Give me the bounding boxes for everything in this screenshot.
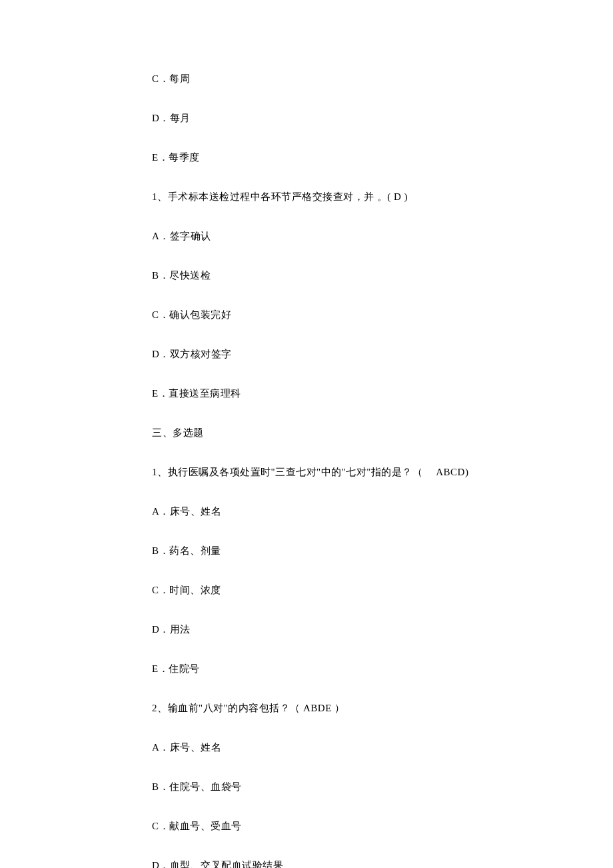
- question-1: 1、执行医嘱及各项处置时"三查七对"中的"七对"指的是？（ ABCD): [152, 465, 525, 479]
- option-b: B．尽快送检: [152, 269, 525, 283]
- option-d: D．用法: [152, 623, 525, 637]
- section-heading: 三、多选题: [152, 426, 525, 440]
- option-a: A．床号、姓名: [152, 741, 525, 755]
- option-e: E．住院号: [152, 662, 525, 676]
- document-page: C．每周 D．每月 E．每季度 1、手术标本送检过程中各环节严格交接查对，并 。…: [0, 0, 525, 868]
- option-a: A．床号、姓名: [152, 505, 525, 519]
- option-c: C．时间、浓度: [152, 583, 525, 597]
- question-2: 2、输血前"八对"的内容包括？（ ABDE ）: [152, 701, 525, 715]
- option-b: B．住院号、血袋号: [152, 780, 525, 794]
- question-1: 1、手术标本送检过程中各环节严格交接查对，并 。( D ): [152, 190, 525, 204]
- option-e: E．每季度: [152, 151, 525, 165]
- option-c: C．献血号、受血号: [152, 819, 525, 833]
- option-c: C．每周: [152, 72, 525, 86]
- option-e: E．直接送至病理科: [152, 387, 525, 401]
- option-d: D．每月: [152, 111, 525, 125]
- option-b: B．药名、剂量: [152, 544, 525, 558]
- option-d: D．血型、交叉配血试验结果: [152, 859, 525, 868]
- option-c: C．确认包装完好: [152, 308, 525, 322]
- option-d: D．双方核对签字: [152, 347, 525, 361]
- option-a: A．签字确认: [152, 229, 525, 243]
